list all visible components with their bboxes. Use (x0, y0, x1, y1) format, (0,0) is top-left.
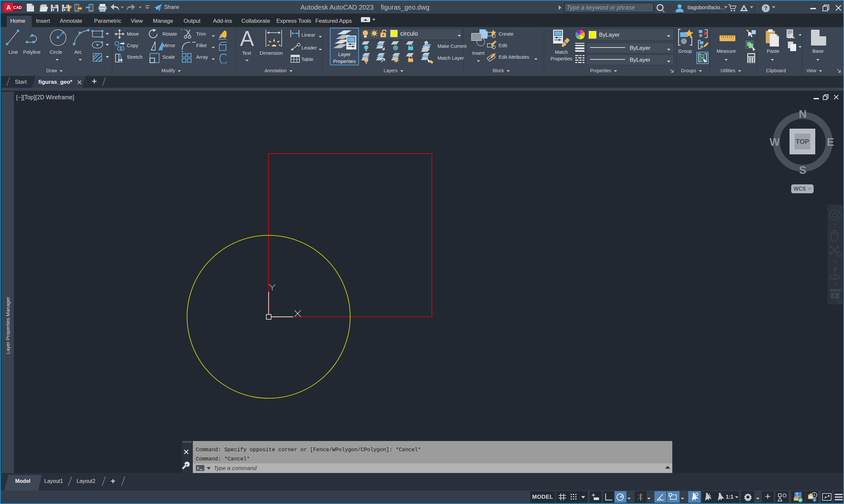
svg-text:TOP: TOP (796, 138, 809, 145)
svg-text:S: S (799, 164, 806, 176)
svg-text:WCS: WCS (793, 186, 806, 192)
svg-text:?: ? (764, 5, 768, 12)
svg-text:N: N (799, 108, 807, 120)
svg-text:W: W (769, 136, 780, 148)
svg-text:E: E (827, 136, 834, 148)
svg-text:[−][Top][2D Wireframe]: [−][Top][2D Wireframe] (16, 94, 74, 101)
